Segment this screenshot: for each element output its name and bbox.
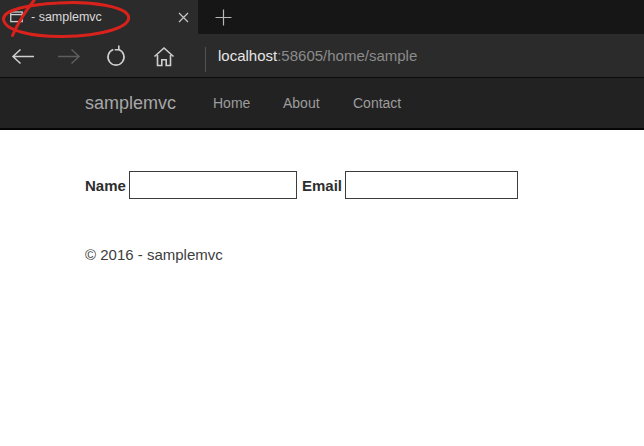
url-path: :58605/home/sample bbox=[277, 47, 417, 64]
refresh-icon bbox=[104, 44, 128, 68]
home-button[interactable] bbox=[149, 42, 179, 70]
address-bar-divider bbox=[205, 47, 206, 72]
browser-toolbar: localhost:58605/home/sample bbox=[0, 34, 644, 77]
forward-arrow-icon bbox=[57, 48, 81, 65]
name-field[interactable] bbox=[129, 171, 297, 199]
plus-icon bbox=[215, 9, 232, 26]
tab-bar: - samplemvc bbox=[0, 0, 644, 34]
tab-title: - samplemvc bbox=[31, 10, 170, 24]
home-icon bbox=[152, 46, 176, 67]
browser-tab[interactable]: - samplemvc bbox=[0, 0, 198, 34]
email-label: Email bbox=[302, 177, 342, 194]
site-navbar: samplemvc Home About Contact bbox=[0, 77, 644, 130]
refresh-button[interactable] bbox=[101, 42, 131, 70]
back-button[interactable] bbox=[8, 42, 38, 70]
name-label: Name bbox=[85, 177, 126, 194]
close-icon bbox=[178, 12, 189, 23]
navbar-brand[interactable]: samplemvc bbox=[85, 78, 176, 128]
new-tab-button[interactable] bbox=[204, 0, 242, 34]
address-bar[interactable]: localhost:58605/home/sample bbox=[218, 34, 640, 77]
email-field[interactable] bbox=[345, 171, 518, 199]
forward-button[interactable] bbox=[54, 42, 84, 70]
nav-link-contact[interactable]: Contact bbox=[353, 78, 401, 128]
tab-close-button[interactable] bbox=[170, 4, 196, 30]
nav-link-home[interactable]: Home bbox=[213, 78, 250, 128]
footer-copyright: © 2016 - samplemvc bbox=[85, 246, 223, 263]
page-icon bbox=[10, 11, 23, 23]
nav-link-about[interactable]: About bbox=[283, 78, 320, 128]
browser-window: - samplemvc bbox=[0, 0, 644, 446]
back-arrow-icon bbox=[11, 48, 35, 65]
url-host: localhost bbox=[218, 47, 277, 64]
